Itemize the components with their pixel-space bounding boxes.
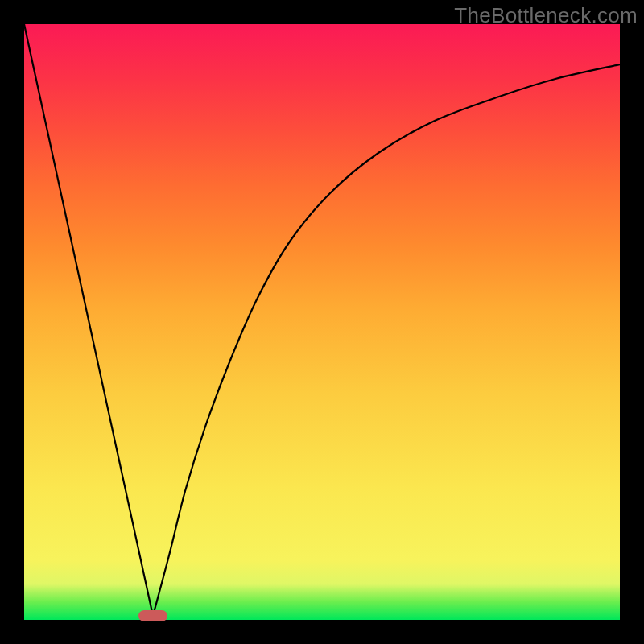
plot-area xyxy=(24,24,620,620)
optimum-marker xyxy=(138,610,167,621)
chart-frame: TheBottleneck.com xyxy=(0,0,644,644)
bottleneck-curve xyxy=(24,24,620,620)
curve-path xyxy=(24,24,620,616)
